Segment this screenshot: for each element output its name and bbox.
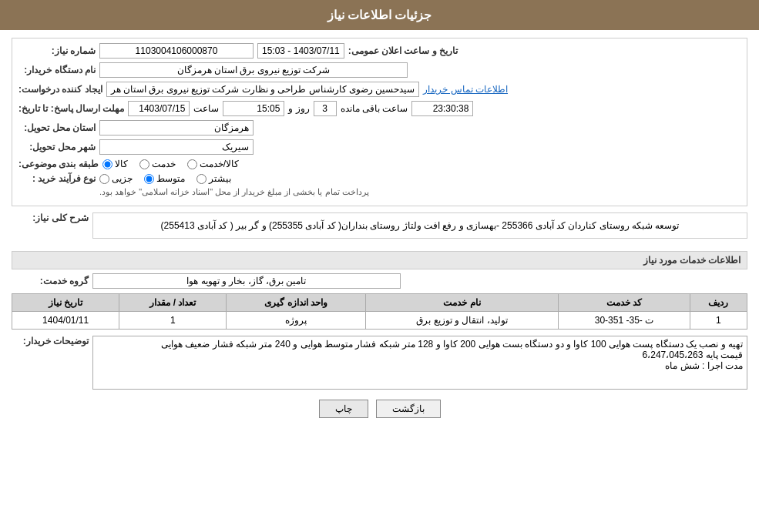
category-kala-radio[interactable] bbox=[102, 159, 113, 169]
response-deadline-label: مهلت ارسال پاسخ: تا تاریخ: bbox=[18, 103, 124, 114]
back-button[interactable]: بازگشت bbox=[376, 400, 441, 418]
process-more-radio[interactable] bbox=[196, 174, 207, 184]
process-option-partial[interactable]: جزیی bbox=[99, 173, 133, 184]
page-header: جزئیات اطلاعات نیاز bbox=[0, 0, 759, 30]
process-option-medium[interactable]: متوسط bbox=[144, 173, 185, 184]
category-khedmat-label: خدمت bbox=[152, 159, 176, 169]
buyer-name-label: نام دستگاه خریدار: bbox=[18, 65, 96, 75]
col-header-unit: واحد اندازه گیری bbox=[227, 294, 365, 312]
category-kala-label: کالا bbox=[115, 159, 128, 169]
announcement-datetime-value: 1403/07/11 - 15:03 bbox=[257, 43, 344, 59]
creator-link[interactable]: اطلاعات تماس خریدار bbox=[423, 84, 508, 95]
process-note: پرداخت تمام یا بخشی از مبلغ خریدار از مح… bbox=[99, 187, 369, 197]
services-section-title: اطلاعات خدمات مورد نیاز bbox=[12, 251, 747, 269]
col-header-quantity: تعداد / مقدار bbox=[119, 294, 227, 312]
process-partial-label: جزیی bbox=[112, 173, 133, 184]
province-label: استان محل تحویل: bbox=[18, 122, 96, 133]
process-more-label: بیشتر bbox=[209, 173, 231, 184]
process-option-more[interactable]: بیشتر bbox=[196, 173, 231, 184]
buyer-name-value: شرکت توزیع نیروی برق استان هرمزگان bbox=[99, 62, 408, 78]
need-number-value: 1103004106000870 bbox=[99, 43, 254, 59]
process-label: نوع فرآیند خرید : bbox=[18, 173, 96, 184]
buyer-notes-label: توضیحات خریدار: bbox=[12, 336, 89, 346]
city-label: شهر محل تحویل: bbox=[18, 142, 96, 152]
category-khedmat-radio[interactable] bbox=[139, 159, 149, 169]
response-days-value: 3 bbox=[314, 101, 337, 116]
city-value: سیریک bbox=[99, 139, 254, 155]
page-title: جزئیات اطلاعات نیاز bbox=[327, 8, 432, 22]
creator-label: ایجاد کننده درخواست: bbox=[18, 84, 102, 95]
need-number-label: شماره نیاز: bbox=[18, 45, 96, 56]
category-option-khedmat[interactable]: خدمت bbox=[139, 159, 176, 169]
process-partial-radio[interactable] bbox=[99, 174, 109, 184]
col-header-service-name: نام خدمت bbox=[365, 294, 558, 312]
col-header-service-code: کد خدمت bbox=[559, 294, 690, 312]
response-date-value: 1403/07/15 bbox=[128, 101, 190, 116]
col-header-row-num: ردیف bbox=[690, 294, 747, 312]
buyer-notes-textarea[interactable] bbox=[92, 336, 747, 390]
services-table: ردیف کد خدمت نام خدمت واحد اندازه گیری ت… bbox=[12, 293, 747, 330]
category-option-kala[interactable]: کالا bbox=[102, 159, 128, 169]
service-group-value: تامین برق، گاز، بخار و تهویه هوا bbox=[92, 273, 401, 289]
creator-value: سیدحسین رضوی کارشناس طراحی و نظارت شرکت … bbox=[106, 82, 420, 97]
col-header-date: تاریخ نیاز bbox=[12, 294, 119, 312]
print-button[interactable]: چاپ bbox=[319, 400, 368, 418]
response-remaining-value: 23:30:38 bbox=[411, 101, 473, 116]
need-description-text: توسعه شبکه روستای کناردان کد آبادی 25536… bbox=[99, 218, 741, 233]
response-remaining-label: ساعت باقی مانده bbox=[341, 103, 408, 114]
response-time-value: 15:05 bbox=[223, 101, 284, 116]
response-time-label: ساعت bbox=[193, 103, 219, 114]
announcement-datetime-label: تاریخ و ساعت اعلان عمومی: bbox=[348, 45, 458, 56]
process-medium-radio[interactable] bbox=[144, 174, 154, 184]
category-label: طبقه بندی موضوعی: bbox=[18, 159, 99, 169]
process-medium-label: متوسط bbox=[156, 173, 185, 184]
table-row: 1ت -35- 351-30تولید، انتقال و توزیع برقپ… bbox=[12, 312, 747, 330]
category-kala-khedmat-radio[interactable] bbox=[187, 159, 197, 169]
category-kala-khedmat-label: کالا/خدمت bbox=[200, 159, 239, 169]
service-group-label: گروه خدمت: bbox=[12, 276, 89, 286]
province-value: هرمزگان bbox=[99, 120, 254, 136]
response-days-label: روز و bbox=[288, 103, 309, 114]
need-description-label: شرح کلی نیاز: bbox=[12, 212, 89, 223]
category-option-kala-khedmat[interactable]: کالا/خدمت bbox=[187, 159, 239, 169]
